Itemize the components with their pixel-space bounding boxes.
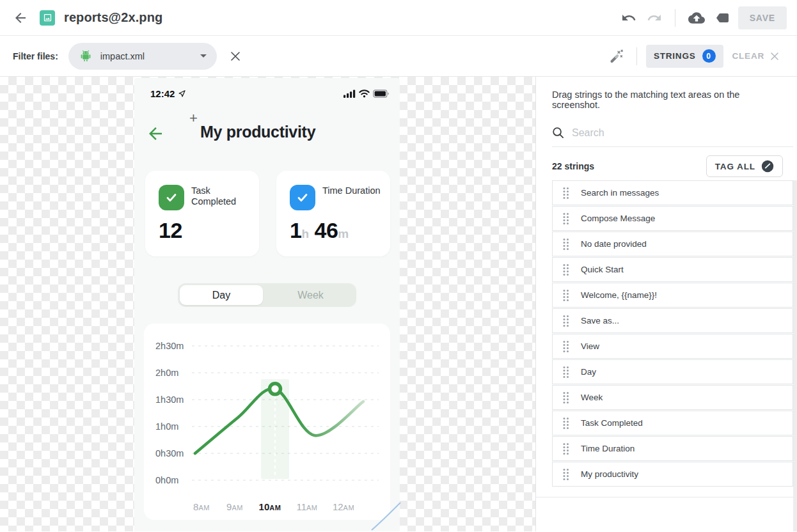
status-time: 12:42 (150, 88, 175, 99)
toolbar-divider (675, 9, 675, 27)
string-label: Task Completed (581, 418, 643, 428)
phone-screen-title: My productivity (200, 123, 315, 141)
task-completed-card: Task Completed 12 (145, 171, 259, 256)
string-list-item[interactable]: Welcome, {{name}}! (552, 283, 793, 308)
drag-handle-icon[interactable] (562, 314, 570, 328)
string-list-item[interactable]: Task Completed (552, 411, 793, 435)
toggle-week-segment[interactable]: Week (265, 283, 356, 307)
string-label: Search in messages (581, 188, 659, 198)
string-label: Day (581, 367, 596, 377)
blue-check-icon (290, 185, 315, 210)
productivity-line-chart: 2h30m2h0m1h30m1h0m0h30m0h0m8AM9AM10AM11A… (144, 324, 390, 520)
panel-instruction: Drag strings to the matching text areas … (552, 90, 787, 110)
svg-text:1h0m: 1h0m (155, 421, 178, 432)
filter-files-label: Filter files: (13, 51, 58, 61)
magic-wand-icon (608, 48, 625, 65)
string-list-item[interactable]: No date provided (552, 231, 793, 256)
string-label: No date provided (581, 239, 647, 249)
string-list-item[interactable]: Day (552, 359, 793, 384)
strings-label: STRINGS (654, 51, 696, 61)
string-list: Search in messages Compose Message (552, 180, 793, 487)
image-file-icon (40, 10, 55, 26)
string-label: Week (581, 393, 603, 402)
clear-label: CLEAR (732, 51, 765, 61)
drag-handle-icon[interactable] (562, 391, 570, 405)
string-list-item[interactable]: View (552, 334, 793, 359)
tag-all-label: TAG ALL (715, 162, 755, 171)
panel-divider (536, 497, 797, 497)
strings-counter-button[interactable]: STRINGS 0 (646, 45, 723, 68)
clear-tags-button[interactable]: CLEAR (727, 47, 785, 65)
drag-handle-icon[interactable] (562, 416, 570, 430)
string-label: Quick Start (581, 265, 624, 274)
upload-button[interactable] (686, 7, 707, 29)
drag-handle-icon[interactable] (562, 263, 570, 277)
string-list-item[interactable]: Compose Message (552, 206, 793, 231)
battery-icon (373, 90, 390, 98)
filterbar-divider (636, 47, 637, 65)
drag-handle-icon[interactable] (562, 340, 570, 354)
back-arrow-icon (13, 10, 28, 26)
drag-handle-icon[interactable] (562, 237, 570, 251)
auto-tag-wand-button[interactable] (606, 45, 627, 67)
redo-button[interactable] (644, 8, 665, 28)
phone-back-arrow-icon (146, 124, 165, 143)
decorative-blue-line (365, 499, 401, 531)
string-list-item[interactable]: Save as... (552, 308, 793, 333)
string-list-item[interactable]: Time Duration (552, 436, 793, 461)
drag-handle-icon[interactable] (562, 186, 570, 200)
back-button[interactable] (10, 8, 31, 28)
file-filter-dropdown[interactable]: impact.xml (68, 43, 217, 70)
undo-icon (621, 10, 636, 26)
svg-text:0h30m: 0h30m (155, 448, 184, 458)
redo-icon (647, 10, 662, 26)
time-duration-card: Time Duration 1h 46m (276, 171, 390, 256)
string-label: Welcome, {{name}}! (581, 290, 657, 300)
string-label: My productivity (581, 469, 638, 479)
string-label: Time Duration (581, 444, 635, 453)
string-label: View (581, 341, 599, 351)
svg-text:12AM: 12AM (333, 501, 354, 512)
scrollbar[interactable] (793, 180, 797, 531)
location-arrow-icon (178, 90, 186, 98)
undo-button[interactable] (619, 8, 639, 28)
drag-handle-icon[interactable] (562, 442, 570, 456)
svg-text:2h30m: 2h30m (155, 341, 184, 351)
wifi-icon (359, 90, 370, 98)
tag-all-button[interactable]: TAG ALL (706, 155, 783, 177)
string-list-item[interactable]: Search in messages (552, 180, 793, 205)
drag-handle-icon[interactable] (562, 365, 570, 379)
page-title: reports@2x.png (64, 10, 162, 25)
string-list-item[interactable]: My productivity (552, 462, 793, 487)
svg-text:9AM: 9AM (226, 501, 243, 512)
string-list-item[interactable]: Week (552, 385, 793, 410)
toggle-day-segment[interactable]: Day (180, 285, 263, 305)
time-duration-label: Time Duration (322, 185, 381, 196)
svg-text:1h30m: 1h30m (155, 395, 184, 405)
svg-text:10AM: 10AM (259, 501, 281, 512)
screenshot-canvas: 12:42 (0, 77, 535, 531)
close-x-icon (230, 51, 241, 62)
task-completed-value: 12 (159, 218, 182, 243)
drag-handle-icon[interactable] (562, 212, 570, 226)
android-file-icon (79, 49, 93, 63)
drag-handle-icon[interactable] (562, 467, 570, 481)
drag-handle-icon[interactable] (562, 288, 570, 302)
clear-x-icon (770, 52, 779, 61)
phone-screenshot[interactable]: 12:42 (134, 78, 400, 531)
search-row (552, 119, 793, 147)
string-label: Save as... (581, 316, 619, 325)
svg-text:0h0m: 0h0m (155, 475, 178, 485)
string-list-item[interactable]: Quick Start (552, 257, 793, 282)
search-icon (552, 127, 564, 139)
search-input[interactable] (571, 127, 793, 139)
tag-button[interactable] (713, 8, 733, 28)
time-duration-value: 1h 46m (290, 218, 349, 243)
svg-text:8AM: 8AM (193, 501, 210, 512)
chevron-down-icon (200, 54, 207, 58)
count-row: 22 strings TAG ALL (552, 152, 783, 180)
check-circle-icon (761, 160, 774, 173)
save-button[interactable]: SAVE (738, 6, 787, 29)
clear-file-filter-button[interactable] (227, 48, 244, 65)
selected-file-name: impact.xml (100, 51, 193, 61)
